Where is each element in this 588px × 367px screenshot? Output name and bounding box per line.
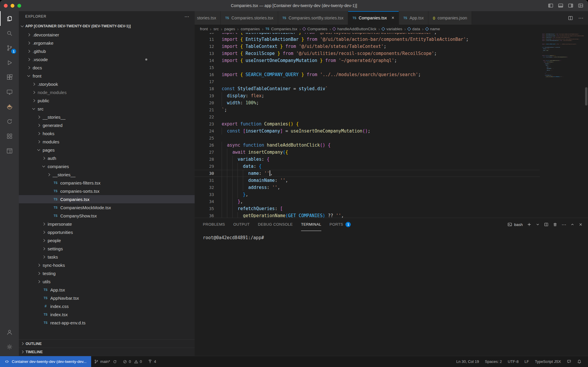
cursor-position[interactable]: Ln 30, Col 19 (453, 356, 482, 367)
activity-accounts[interactable] (0, 325, 19, 339)
code-line-13[interactable]: 13import { RecoilScope } from '@/ui/util… (195, 50, 540, 57)
tree-item-index-css[interactable]: #index.css (19, 302, 195, 310)
encoding-indicator[interactable]: UTF-8 (505, 356, 522, 367)
tree-item-utils[interactable]: utils (19, 277, 195, 286)
code-line-34[interactable]: 34 }, (195, 198, 540, 205)
tree-item-src[interactable]: src (19, 105, 195, 113)
branch-indicator[interactable]: main* (91, 356, 120, 367)
tree-item-generated[interactable]: generated (19, 121, 195, 129)
tree-item-docs[interactable]: docs (19, 63, 195, 72)
tree-item-companies-tsx[interactable]: TSCompanies.tsx (19, 195, 195, 203)
breadcrumb-companies[interactable]: Companies (303, 27, 327, 31)
terminal[interactable]: root@0a42ecd84891:/app# (195, 231, 588, 356)
code-editor[interactable]: 10import { WithTopBarContainer } from '@… (195, 33, 540, 218)
zoom-window-button[interactable] (17, 4, 21, 8)
code-line-31[interactable]: 31 domainName: '', (195, 177, 540, 184)
breadcrumb-name[interactable]: name (426, 27, 440, 31)
project-section-header[interactable]: APP [CONTAINER DEV-TWENTY-DEV (DEV-TWENT… (19, 22, 195, 31)
tree-item-companiesmockmode-tsx[interactable]: TSCompaniesMockMode.tsx (19, 203, 195, 212)
activity-apps-grid[interactable] (0, 129, 19, 143)
tree-item-public[interactable]: public (19, 96, 195, 105)
tree-item-testing[interactable]: testing (19, 269, 195, 277)
close-tab-icon[interactable]: × (392, 15, 394, 21)
customize-layout-icon[interactable] (578, 3, 583, 8)
notifications[interactable] (574, 356, 584, 367)
scrollbar-thumb[interactable] (585, 87, 587, 105)
activity-source-control[interactable]: 1 (0, 41, 19, 55)
code-line-35[interactable]: 35 refetchQueries: [ (195, 205, 540, 212)
editor-more-actions-icon[interactable]: ⋯ (578, 15, 583, 21)
activity-remote-explorer[interactable] (0, 85, 19, 99)
breadcrumb-companies[interactable]: companies (241, 27, 260, 31)
code-line-11[interactable]: 11import { EntityTableActionBar } from '… (195, 36, 540, 43)
breadcrumb-data[interactable]: data (408, 27, 420, 31)
panel-tab-ports[interactable]: PORTS1 (330, 218, 351, 231)
breadcrumb-handleaddbuttonclick[interactable]: handleAddButtonClick (333, 27, 376, 31)
code-line-17[interactable]: 17 (195, 78, 540, 85)
tree-item-people[interactable]: people (19, 236, 195, 244)
code-line-21[interactable]: 21`; (195, 106, 540, 113)
toggle-secondary-sidebar-icon[interactable] (568, 3, 573, 8)
breadcrumb-pages[interactable]: pages (224, 27, 235, 31)
activity-extensions[interactable] (0, 70, 19, 85)
tab-app-tsx[interactable]: TSApp.tsx (399, 11, 428, 25)
tree-item-stories[interactable]: __stories__ (19, 113, 195, 121)
breadcrumb-companies-tsx[interactable]: TSCompanies.tsx (265, 27, 297, 31)
feedback[interactable] (564, 356, 574, 367)
activity-run-debug[interactable] (0, 55, 19, 70)
tree-item-index-tsx[interactable]: TSindex.tsx (19, 310, 195, 319)
code-line-36[interactable]: 36 getOperationName(GET_COMPANIES) ?? ''… (195, 212, 540, 218)
tree-item-pages[interactable]: pages (19, 146, 195, 154)
tree-item-settings[interactable]: settings (19, 244, 195, 253)
tree-item-hooks[interactable]: hooks (19, 129, 195, 138)
tab-stories-tsx[interactable]: stories.tsx (195, 11, 221, 25)
tree-item-modules[interactable]: modules (19, 138, 195, 146)
language-mode[interactable]: TypeScript JSX (532, 356, 564, 367)
tree-item-ergomake[interactable]: .ergomake (19, 39, 195, 47)
code-line-19[interactable]: 19 display: flex; (195, 92, 540, 99)
split-editor-icon[interactable] (568, 16, 573, 21)
minimap[interactable]: import { WithTopBarContainer } from '@/u… (540, 33, 584, 218)
shell-selector[interactable]: bash (507, 222, 523, 227)
close-panel-icon[interactable] (579, 222, 583, 227)
tree-item-appnavbar-tsx[interactable]: TSAppNavbar.tsx (19, 294, 195, 302)
editor-scrollbar[interactable] (584, 33, 588, 218)
tree-item-storybook[interactable]: .storybook (19, 80, 195, 88)
code-line-28[interactable]: 28 variables: { (195, 156, 540, 163)
tree-item-auth[interactable]: auth (19, 154, 195, 162)
activity-docker[interactable] (0, 99, 19, 114)
code-line-30[interactable]: 30 name: '', (195, 170, 540, 177)
tree-item-companies-filters-tsx[interactable]: TScompanies-filters.tsx (19, 179, 195, 187)
code-line-27[interactable]: 27 await insertCompany({ (195, 149, 540, 156)
maximize-panel-icon[interactable] (570, 222, 574, 227)
code-line-16[interactable]: 16import { SEARCH_COMPANY_QUERY } from '… (195, 71, 540, 78)
indentation-indicator[interactable]: Spaces: 2 (482, 356, 505, 367)
panel-more-actions-icon[interactable]: ⋯ (562, 222, 566, 227)
code-line-14[interactable]: 14import { useInsertOneCompanyMutation }… (195, 57, 540, 64)
tab-companies-stories-tsx[interactable]: TSCompanies.stories.tsx (221, 11, 278, 25)
code-line-26[interactable]: 26 async function handleAddButtonClick()… (195, 142, 540, 149)
tree-item-github[interactable]: .github (19, 47, 195, 55)
code-line-29[interactable]: 29 data: { (195, 163, 540, 170)
tree-item-impersonate[interactable]: impersonate (19, 220, 195, 228)
code-line-25[interactable]: 25 (195, 135, 540, 142)
tree-item-front[interactable]: front (19, 72, 195, 80)
tree-item-vscode[interactable]: .vscode (19, 55, 195, 63)
code-line-18[interactable]: 18const StyledTableContainer = styled.di… (195, 85, 540, 92)
code-line-33[interactable]: 33 }, (195, 191, 540, 198)
kill-terminal-icon[interactable] (553, 222, 557, 227)
timeline-section[interactable]: TIMELINE (19, 348, 195, 356)
ports-indicator[interactable]: 4 (145, 356, 159, 367)
minimize-window-button[interactable] (11, 4, 14, 8)
tab-companies-tsx[interactable]: TSCompanies.tsx× (348, 11, 399, 25)
tree-item-companies[interactable]: companies (19, 162, 195, 170)
tree-item-opportunities[interactable]: opportunities (19, 228, 195, 236)
activity-preview[interactable] (0, 143, 19, 158)
code-line-32[interactable]: 32 address: '', (195, 184, 540, 191)
close-window-button[interactable] (4, 4, 8, 8)
remote-indicator[interactable]: Container dev-twenty-dev (dev-twenty-dev… (0, 356, 91, 367)
code-line-10[interactable]: 10import { WithTopBarContainer } from '@… (195, 33, 540, 36)
tree-item-stories[interactable]: __stories__ (19, 170, 195, 179)
tree-item-companyshow-tsx[interactable]: TSCompanyShow.tsx (19, 212, 195, 220)
eol-indicator[interactable]: LF (522, 356, 532, 367)
